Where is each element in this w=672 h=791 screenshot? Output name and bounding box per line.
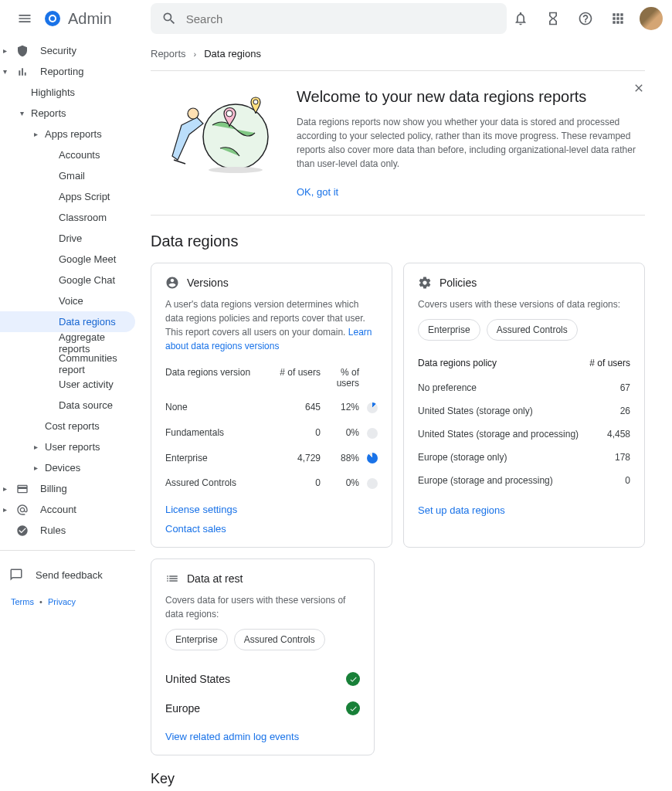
policies-desc: Covers users with these versions of data… bbox=[418, 297, 630, 311]
sidebar-item-google-chat[interactable]: Google Chat bbox=[0, 270, 135, 290]
hourglass-icon bbox=[545, 11, 561, 26]
table-row: Fundamentals00% bbox=[165, 420, 378, 446]
sidebar-item-classroom[interactable]: Classroom bbox=[0, 207, 135, 228]
sidebar-item-label: Communities report bbox=[59, 352, 135, 375]
svg-point-6 bbox=[253, 100, 258, 104]
sidebar-item-rules[interactable]: Rules bbox=[0, 520, 135, 541]
notifications-button[interactable] bbox=[507, 5, 535, 32]
chevron-icon: ▸ bbox=[34, 130, 43, 138]
breadcrumb-parent[interactable]: Reports bbox=[151, 48, 186, 59]
page-title: Data regions bbox=[151, 233, 645, 250]
sidebar-item-drive[interactable]: Drive bbox=[0, 228, 135, 249]
versions-title: Versions bbox=[187, 277, 229, 289]
sidebar-item-user-activity[interactable]: User activity bbox=[0, 374, 135, 395]
app-header: Admin bbox=[0, 0, 672, 37]
sidebar-item-label: Classroom bbox=[59, 212, 107, 223]
sidebar-item-label: Apps Script bbox=[59, 191, 110, 202]
policies-table-header: Data regions policy # of users bbox=[418, 355, 630, 376]
table-row: Enterprise4,72988% bbox=[165, 446, 378, 471]
sidebar-item-cost-reports[interactable]: Cost reports bbox=[0, 416, 135, 436]
sidebar-item-label: Highlights bbox=[31, 87, 75, 98]
chip-enterprise: Enterprise bbox=[418, 319, 480, 341]
contact-sales-link[interactable]: Contact sales bbox=[165, 523, 378, 535]
sidebar-item-apps-reports[interactable]: ▸Apps reports bbox=[0, 124, 135, 144]
welcome-close-button[interactable] bbox=[633, 82, 645, 97]
sidebar-item-aggregate-reports[interactable]: Aggregate reports bbox=[0, 332, 135, 353]
hourglass-button[interactable] bbox=[539, 5, 567, 32]
chart-icon bbox=[15, 65, 29, 79]
hamburger-menu-button[interactable] bbox=[9, 3, 40, 34]
logo-area[interactable]: Admin bbox=[43, 9, 112, 28]
versions-card: Versions A user's data regions version d… bbox=[151, 263, 392, 548]
view-log-events-link[interactable]: View related admin log events bbox=[165, 731, 360, 742]
sidebar-item-data-source[interactable]: Data source bbox=[0, 395, 135, 416]
sidebar-item-label: Aggregate reports bbox=[59, 331, 135, 355]
bell-icon bbox=[513, 11, 528, 26]
svg-point-2 bbox=[50, 16, 55, 21]
rest-title: Data at rest bbox=[187, 572, 243, 585]
sidebar-item-label: Apps reports bbox=[45, 128, 102, 140]
sidebar-item-user-reports[interactable]: ▸User reports bbox=[0, 436, 135, 457]
sidebar-item-account[interactable]: ▸Account bbox=[0, 499, 135, 520]
send-feedback-button[interactable]: Send feedback bbox=[0, 560, 135, 589]
table-row: United States (storage only)26 bbox=[418, 399, 630, 423]
app-name: Admin bbox=[68, 10, 112, 28]
sidebar-item-label: Voice bbox=[59, 295, 83, 307]
gear-icon bbox=[418, 276, 432, 290]
sidebar-item-label: Security bbox=[40, 45, 76, 56]
hamburger-icon bbox=[17, 11, 32, 26]
welcome-illustration bbox=[151, 87, 286, 175]
pie-icon bbox=[367, 428, 378, 439]
footer-links: Terms • Privacy bbox=[0, 589, 135, 614]
versions-desc: A user's data regions version determines… bbox=[165, 297, 378, 353]
sidebar-item-gmail[interactable]: Gmail bbox=[0, 165, 135, 186]
versions-table-header: Data regions version # of users % of use… bbox=[165, 361, 378, 395]
check-circle-icon bbox=[346, 672, 360, 686]
sidebar-item-devices[interactable]: ▸Devices bbox=[0, 457, 135, 478]
sidebar-item-data-regions[interactable]: Data regions bbox=[0, 311, 135, 332]
close-icon bbox=[633, 82, 645, 94]
rules-icon bbox=[15, 524, 29, 538]
help-button[interactable] bbox=[572, 5, 599, 32]
sidebar-item-voice[interactable]: Voice bbox=[0, 290, 135, 311]
list-icon bbox=[165, 572, 179, 586]
sidebar-item-highlights[interactable]: Highlights bbox=[0, 82, 135, 103]
sidebar-divider bbox=[0, 550, 135, 551]
help-icon bbox=[578, 11, 593, 26]
badge-icon bbox=[165, 276, 179, 290]
sidebar-item-billing[interactable]: ▸Billing bbox=[0, 478, 135, 499]
pie-icon bbox=[367, 453, 378, 463]
sidebar-item-accounts[interactable]: Accounts bbox=[0, 144, 135, 165]
sidebar-item-reporting[interactable]: ▾Reporting bbox=[0, 61, 135, 82]
feedback-icon bbox=[9, 568, 23, 582]
check-circle-icon bbox=[346, 701, 360, 715]
sidebar-item-label: Gmail bbox=[59, 170, 85, 182]
table-row: Europe (storage only)178 bbox=[418, 446, 630, 469]
chip-assured-controls: Assured Controls bbox=[487, 319, 578, 341]
terms-link[interactable]: Terms bbox=[11, 597, 34, 606]
chevron-icon: ▸ bbox=[34, 463, 43, 472]
at-icon bbox=[15, 503, 29, 517]
search-bar[interactable] bbox=[151, 3, 507, 34]
chevron-icon: ▸ bbox=[3, 505, 12, 514]
key-title: Key bbox=[151, 771, 645, 787]
sidebar-item-label: Google Meet bbox=[59, 253, 116, 265]
rest-desc: Covers data for users with these version… bbox=[165, 593, 360, 621]
sidebar-item-apps-script[interactable]: Apps Script bbox=[0, 186, 135, 207]
search-input[interactable] bbox=[186, 12, 496, 25]
setup-data-regions-link[interactable]: Set up data regions bbox=[418, 504, 630, 516]
sidebar-item-communities-report[interactable]: Communities report bbox=[0, 353, 135, 374]
sidebar-item-security[interactable]: ▸Security bbox=[0, 40, 135, 61]
license-settings-link[interactable]: License settings bbox=[165, 504, 378, 515]
chip-enterprise: Enterprise bbox=[165, 629, 228, 650]
user-avatar[interactable] bbox=[640, 7, 663, 30]
welcome-ok-button[interactable]: OK, got it bbox=[297, 186, 338, 198]
sidebar-item-google-meet[interactable]: Google Meet bbox=[0, 249, 135, 270]
sidebar-item-label: Accounts bbox=[59, 149, 100, 161]
table-row: United States (storage and processing)4,… bbox=[418, 423, 630, 446]
sidebar-item-reports[interactable]: ▾Reports bbox=[0, 103, 135, 124]
breadcrumb-current: Data regions bbox=[204, 48, 261, 59]
privacy-link[interactable]: Privacy bbox=[48, 597, 76, 606]
chevron-icon: ▸ bbox=[3, 484, 12, 493]
apps-launcher-button[interactable] bbox=[604, 5, 632, 32]
